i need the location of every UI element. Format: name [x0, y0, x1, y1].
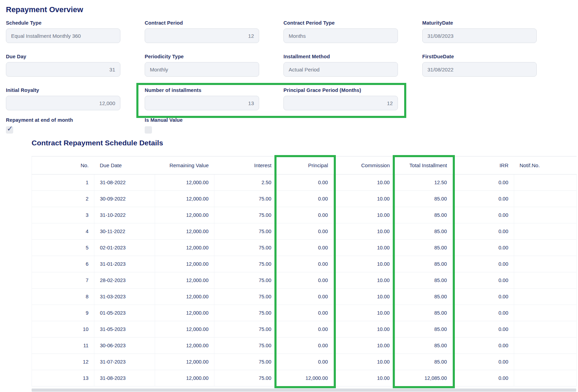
- first-due-date-label: FirstDueDate: [422, 54, 537, 60]
- horizontal-scrollbar[interactable]: [32, 389, 576, 392]
- cell-notif_no: [514, 338, 577, 354]
- contract-period-input[interactable]: [145, 28, 259, 43]
- page-title: Repayment Overview: [6, 5, 578, 14]
- cell-due_date: 02-01-2023: [94, 240, 155, 256]
- cell-remaining_value: 12,000.00: [155, 207, 214, 223]
- field-number-of-installments: Number of installments: [145, 87, 259, 110]
- cell-total_installment: 85.00: [396, 240, 453, 256]
- field-is-manual-value: Is Manual Value: [145, 117, 259, 134]
- cell-no: 1: [32, 174, 94, 191]
- cell-interest: 75.00: [214, 207, 277, 223]
- field-due-day: Due Day: [6, 54, 120, 77]
- cell-irr: 0.00: [453, 370, 514, 386]
- cell-commission: 10.00: [334, 223, 396, 240]
- cell-principal: 0.00: [277, 174, 334, 191]
- checkmark-icon: ✓: [7, 125, 13, 133]
- schedule-type-input[interactable]: [6, 28, 120, 43]
- installment-method-label: Installment Method: [283, 54, 398, 60]
- section-title: Contract Repayment Schedule Details: [32, 138, 578, 147]
- cell-no: 9: [32, 305, 94, 321]
- installment-method-input[interactable]: [283, 62, 398, 77]
- number-of-installments-input[interactable]: [145, 96, 259, 110]
- repayment-end-of-month-checkbox[interactable]: ✓: [6, 126, 13, 134]
- cell-interest: 75.00: [214, 240, 277, 256]
- cell-principal: 0.00: [277, 338, 334, 354]
- field-installment-method: Installment Method: [283, 54, 398, 77]
- cell-notif_no: [514, 240, 577, 256]
- cell-total_installment: 85.00: [396, 207, 453, 223]
- cell-no: 5: [32, 240, 94, 256]
- cell-no: 6: [32, 256, 94, 272]
- maturity-date-label: MaturityDate: [422, 20, 537, 26]
- cell-total_installment: 85.00: [396, 289, 453, 305]
- column-header-irr: IRR: [453, 156, 514, 174]
- maturity-date-input[interactable]: [422, 28, 537, 43]
- initial-royalty-label: Initial Royalty: [6, 87, 120, 93]
- cell-commission: 10.00: [334, 272, 396, 289]
- cell-commission: 10.00: [334, 256, 396, 272]
- table-row: 1130-06-202312,000.0075.000.0010.0085.00…: [32, 338, 577, 354]
- field-contract-period: Contract Period: [145, 20, 259, 43]
- cell-due_date: 01-05-2023: [94, 305, 155, 321]
- cell-total_installment: 85.00: [396, 223, 453, 240]
- cell-irr: 0.00: [453, 207, 514, 223]
- schedule-type-label: Schedule Type: [6, 20, 120, 26]
- cell-no: 3: [32, 207, 94, 223]
- cell-notif_no: [514, 321, 577, 338]
- cell-principal: 0.00: [277, 256, 334, 272]
- cell-principal: 0.00: [277, 240, 334, 256]
- cell-remaining_value: 12,000.00: [155, 370, 214, 386]
- cell-no: 12: [32, 354, 94, 370]
- cell-irr: 0.00: [453, 289, 514, 305]
- cell-principal: 12,000.00: [277, 370, 334, 386]
- cell-principal: 0.00: [277, 223, 334, 240]
- cell-notif_no: [514, 256, 577, 272]
- cell-interest: 75.00: [214, 256, 277, 272]
- cell-interest: 75.00: [214, 305, 277, 321]
- cell-due_date: 30-06-2023: [94, 338, 155, 354]
- cell-commission: 10.00: [334, 338, 396, 354]
- schedule-table-body: 131-08-202212,000.002.500.0010.0012.500.…: [32, 174, 577, 386]
- cell-remaining_value: 12,000.00: [155, 256, 214, 272]
- cell-commission: 10.00: [334, 305, 396, 321]
- cell-notif_no: [514, 289, 577, 305]
- principal-grace-period-input[interactable]: [283, 96, 398, 110]
- cell-interest: 75.00: [214, 370, 277, 386]
- table-row: 331-10-202212,000.0075.000.0010.0085.000…: [32, 207, 577, 223]
- cell-notif_no: [514, 174, 577, 191]
- table-row: 901-05-202312,000.0075.000.0010.0085.000…: [32, 305, 577, 321]
- periodicity-type-input[interactable]: [145, 62, 259, 77]
- table-row: 1331-08-202312,000.0075.0012,000.0010.00…: [32, 370, 577, 386]
- cell-due_date: 31-05-2023: [94, 321, 155, 338]
- is-manual-value-checkbox[interactable]: [145, 126, 152, 134]
- checkbox-row: Repayment at end of month ✓ Is Manual Va…: [6, 117, 578, 134]
- cell-remaining_value: 12,000.00: [155, 354, 214, 370]
- cell-irr: 0.00: [453, 305, 514, 321]
- cell-interest: 75.00: [214, 223, 277, 240]
- due-day-input[interactable]: [6, 62, 120, 77]
- cell-total_installment: 12.50: [396, 174, 453, 191]
- contract-period-type-input[interactable]: [283, 28, 398, 43]
- table-header-row: No.Due DateRemaining ValueInterestPrinci…: [32, 156, 577, 174]
- cell-remaining_value: 12,000.00: [155, 240, 214, 256]
- first-due-date-input[interactable]: [422, 62, 537, 77]
- contract-period-type-label: Contract Period Type: [283, 20, 398, 26]
- cell-total_installment: 85.00: [396, 305, 453, 321]
- cell-no: 7: [32, 272, 94, 289]
- cell-principal: 0.00: [277, 191, 334, 207]
- cell-commission: 10.00: [334, 370, 396, 386]
- field-contract-period-type: Contract Period Type: [283, 20, 398, 43]
- cell-irr: 0.00: [453, 223, 514, 240]
- cell-no: 4: [32, 223, 94, 240]
- column-header-remaining_value: Remaining Value: [155, 156, 214, 174]
- cell-remaining_value: 12,000.00: [155, 223, 214, 240]
- field-repayment-end-of-month: Repayment at end of month ✓: [6, 117, 120, 134]
- repayment-overview-form: Schedule Type Contract Period Contract P…: [6, 20, 537, 110]
- cell-due_date: 30-09-2022: [94, 191, 155, 207]
- cell-no: 11: [32, 338, 94, 354]
- initial-royalty-input[interactable]: [6, 96, 120, 110]
- cell-no: 10: [32, 321, 94, 338]
- cell-principal: 0.00: [277, 289, 334, 305]
- cell-no: 13: [32, 370, 94, 386]
- cell-total_installment: 85.00: [396, 354, 453, 370]
